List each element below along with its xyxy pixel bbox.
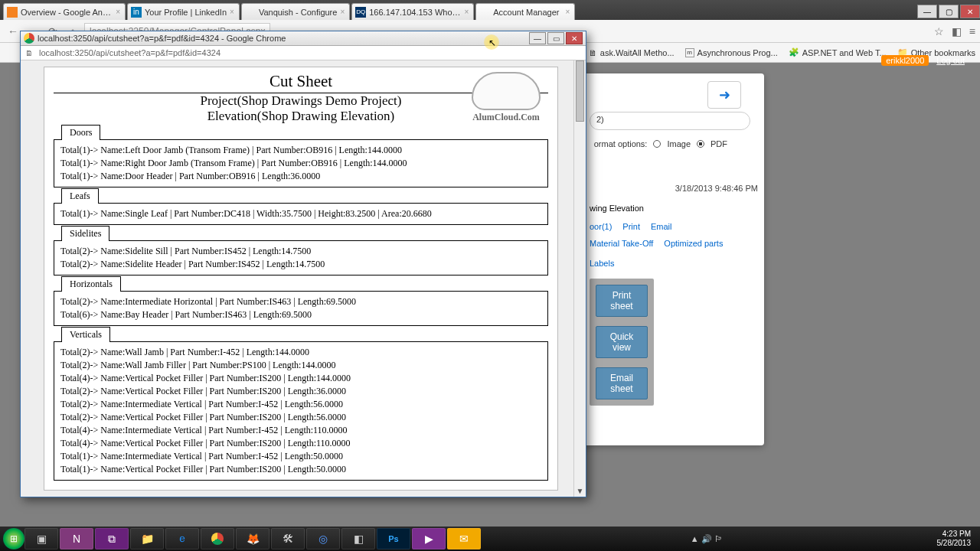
section-heading: Doors xyxy=(61,125,100,140)
bookmark-async[interactable]: mAsynchronous Prog... xyxy=(685,48,778,57)
section-rows: Total(1)-> Name:Left Door Jamb (Transom … xyxy=(54,139,548,187)
radio-image[interactable] xyxy=(653,140,661,148)
scroll-down-icon[interactable]: ▼ xyxy=(574,484,586,497)
data-row: Total(1)-> Name:Door Header | Part Numbe… xyxy=(60,171,541,182)
maximize-button[interactable]: ▢ xyxy=(939,5,959,18)
section-heading: Sidelites xyxy=(61,226,109,241)
radio-label-pdf: PDF xyxy=(710,139,727,148)
data-row: Total(2)-> Name:Wall Jamb Filler | Part … xyxy=(60,360,541,371)
radio-pdf[interactable] xyxy=(697,140,704,148)
action-buttons: Print sheet Quick view Email sheet xyxy=(590,279,654,406)
data-row: Total(4)-> Name:Vertical Pocket Filler |… xyxy=(60,438,541,449)
clock-date: 5/28/2013 xyxy=(937,539,972,548)
tray-icons[interactable]: ▲ 🔊 🏳 xyxy=(691,534,723,544)
taskbar: ⊞ ▣ N ⧉ 📁 ｅ 🦊 🛠 ◎ ◧ Ps ▶ ✉ ▲ 🔊 🏳 4:23 PM… xyxy=(0,527,980,551)
favicon-icon: in xyxy=(131,7,142,18)
print-sheet-button[interactable]: Print sheet xyxy=(596,285,648,317)
tab-account-manager[interactable]: Account Manager× xyxy=(475,3,575,20)
link-email[interactable]: Email xyxy=(651,222,672,231)
popup-close-button[interactable]: ✕ xyxy=(566,32,583,44)
link-material-takeoff[interactable]: Material Take-Off xyxy=(590,239,653,248)
start-button[interactable]: ⊞ xyxy=(3,528,24,549)
data-row: Total(2)-> Name:Vertical Pocket Filler |… xyxy=(60,412,541,423)
close-icon[interactable]: × xyxy=(565,8,570,16)
popup-titlebar[interactable]: localhost:3250/api/cutsheet?a=p&f=pdf&id… xyxy=(21,31,586,46)
email-sheet-button[interactable]: Email sheet xyxy=(596,367,648,399)
data-row: Total(2)-> Name:Vertical Pocket Filler |… xyxy=(60,386,541,397)
page-icon: 🧩 xyxy=(789,47,799,57)
alumcloud-logo: AlumCloud.Com xyxy=(464,72,548,123)
search-input[interactable]: 2) xyxy=(590,112,750,130)
task-app2[interactable]: ◧ xyxy=(341,528,375,549)
extension-icon[interactable]: ◧ xyxy=(952,25,962,37)
data-row: Total(4)-> Name:Vertical Pocket Filler |… xyxy=(60,373,541,384)
browser-tabstrip: Overview - Google Analy× inYour Profile … xyxy=(0,0,980,20)
favicon-icon xyxy=(479,7,490,18)
cut-sheet-document: Cut Sheet Project(Shop Drawings Demo Pro… xyxy=(44,67,558,491)
data-row: Total(2)-> Name:Wall Jamb | Part Number:… xyxy=(60,347,541,358)
logout-link[interactable]: Log out xyxy=(936,56,965,65)
document-viewport[interactable]: Cut Sheet Project(Shop Drawings Demo Pro… xyxy=(21,60,573,497)
task-cmd[interactable]: ▣ xyxy=(24,528,58,549)
link-labels[interactable]: Labels xyxy=(590,259,614,268)
task-app1[interactable]: ◎ xyxy=(306,528,340,549)
bookmark-aspnet[interactable]: 🧩ASP.NET and Web T... xyxy=(789,47,887,57)
data-row: Total(1)-> Name:Vertical Pocket Filler |… xyxy=(60,464,541,475)
minimize-button[interactable]: — xyxy=(917,5,937,18)
section-doors: Doors Total(1)-> Name:Left Door Jamb (Tr… xyxy=(54,124,548,187)
popup-title-text: localhost:3250/api/cutsheet?a=p&f=pdf&id… xyxy=(38,34,286,43)
star-icon[interactable]: ☆ xyxy=(934,25,944,37)
task-outlook[interactable]: ✉ xyxy=(447,528,481,549)
task-firefox[interactable]: 🦊 xyxy=(236,528,270,549)
section-rows: Total(2)-> Name:Wall Jamb | Part Number:… xyxy=(54,341,548,481)
task-ie[interactable]: ｅ xyxy=(165,528,199,549)
tab-whois[interactable]: DQ166.147.104.153 Whois lo× xyxy=(351,3,474,20)
elevation-name: wing Elevation xyxy=(590,204,758,213)
back-button[interactable]: ← xyxy=(5,23,21,40)
favicon-icon: DQ xyxy=(355,7,366,18)
popup-address-bar[interactable]: 🗎 localhost:3250/api/cutsheet?a=p&f=pdf&… xyxy=(21,46,586,60)
tab-vanquish[interactable]: Vanquish - Configure× xyxy=(241,3,350,20)
logo-text: AlumCloud.Com xyxy=(472,112,540,122)
tab-analytics[interactable]: Overview - Google Analy× xyxy=(3,3,126,20)
close-button[interactable]: ✕ xyxy=(960,5,980,18)
popup-maximize-button[interactable]: ▭ xyxy=(547,32,564,44)
task-chrome[interactable] xyxy=(201,528,234,549)
elevation-info: 3/18/2013 9:48:46 PM wing Elevation oor(… xyxy=(590,184,758,406)
task-tools[interactable]: 🛠 xyxy=(271,528,305,549)
task-photoshop[interactable]: Ps xyxy=(377,528,410,549)
bookmark-label: ASP.NET and Web T... xyxy=(802,48,887,57)
close-icon[interactable]: × xyxy=(340,8,345,16)
tab-linkedin[interactable]: inYour Profile | LinkedIn× xyxy=(127,3,240,20)
close-icon[interactable]: × xyxy=(230,8,234,16)
task-vs[interactable]: ⧉ xyxy=(95,528,129,549)
forward-arrow-button[interactable]: ➜ xyxy=(707,81,741,109)
user-chip[interactable]: erikkl2000 xyxy=(881,55,929,66)
data-row: Total(2)-> Name:Intermediate Horizontal … xyxy=(60,296,541,308)
clock[interactable]: 4:23 PM 5/28/2013 xyxy=(937,530,978,548)
bookmark-waitall[interactable]: 🗎ask.WaitAll Metho... xyxy=(589,48,675,57)
scrollbar[interactable]: ▲ ▼ xyxy=(573,60,586,497)
popup-minimize-button[interactable]: — xyxy=(529,32,546,44)
format-options-row: ormat options: Image PDF xyxy=(594,139,727,148)
link-optimized-parts[interactable]: Optimized parts xyxy=(664,239,723,248)
page-icon: 🗎 xyxy=(589,48,597,57)
task-explorer[interactable]: 📁 xyxy=(130,528,164,549)
timestamp: 3/18/2013 9:48:46 PM xyxy=(590,184,758,193)
data-row: Total(4)-> Name:Intermediate Vertical | … xyxy=(60,425,541,436)
chrome-icon xyxy=(24,33,34,44)
task-media[interactable]: ▶ xyxy=(412,528,446,549)
close-icon[interactable]: × xyxy=(116,8,120,16)
close-icon[interactable]: × xyxy=(464,8,469,16)
link-print[interactable]: Print xyxy=(622,222,640,231)
task-onenote[interactable]: N xyxy=(60,528,93,549)
quick-view-button[interactable]: Quick view xyxy=(596,326,648,358)
section-verticals: Verticals Total(2)-> Name:Wall Jamb | Pa… xyxy=(54,326,548,481)
link-door[interactable]: oor(1) xyxy=(590,222,612,231)
favicon-icon xyxy=(7,7,18,18)
data-row: Total(2)-> Name:Intermediate Vertical | … xyxy=(60,399,541,410)
menu-icon[interactable]: ≡ xyxy=(969,25,975,37)
section-leafs: Leafs Total(1)-> Name:Single Leaf | Part… xyxy=(54,187,548,225)
scroll-thumb[interactable] xyxy=(576,60,584,122)
data-row: Total(1)-> Name:Right Door Jamb (Transom… xyxy=(60,158,541,169)
